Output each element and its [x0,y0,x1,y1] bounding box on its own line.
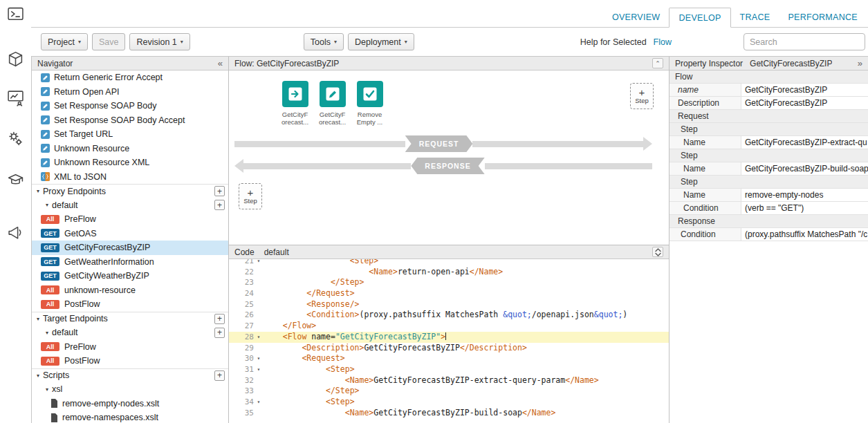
nav-item-xml-to-json[interactable]: XML to JSON [32,170,228,185]
nav-item-preflow[interactable]: AllPreFlow [32,212,228,227]
tab-develop[interactable]: DEVELOP [669,8,730,28]
graduation-cap-icon[interactable] [7,171,25,189]
nav-group-default[interactable]: ▾default+ [32,326,228,340]
request-label: REQUEST [405,135,473,152]
nav-item-preflow[interactable]: AllPreFlow [32,340,228,355]
save-button[interactable]: Save [92,33,126,50]
inspector-prop-value[interactable]: GetCityForecastByZIP-build-soap [741,162,868,175]
center-panes: Flow: GetCityForecastByZIP ⌃ GetCityFore… [229,57,669,423]
nav-item-unknown-resource[interactable]: Allunknown-resource [32,283,228,298]
project-button[interactable]: Project ▾ [41,33,88,50]
inspector-prop-value[interactable]: remove-empty-nodes [741,189,868,201]
nav-item-set-response-soap-body[interactable]: Set Response SOAP Body [32,99,228,113]
triangle-down-icon: ▾ [37,316,39,322]
flow-step-1[interactable]: GetCityForecast... [279,81,311,126]
nav-item-postflow[interactable]: AllPostFlow [32,354,228,368]
inspector-prop-row[interactable]: Nameremove-empty-nodes [670,189,868,202]
fold-toggle-icon[interactable]: ▾ [254,397,264,408]
inspector-prop-row[interactable]: Condition(proxy.pathsuffix MatchesPath "… [670,228,868,241]
collapse-left-icon[interactable]: « [218,59,223,68]
presentation-icon[interactable] [7,89,25,107]
add-step-button-top[interactable]: + Step [630,83,654,109]
inspector-prop-row[interactable]: Condition(verb == "GET") [670,202,868,215]
nav-label: Return Open API [54,87,120,97]
nav-label: Set Target URL [54,129,113,139]
add-scripts-button[interactable]: + [214,370,225,381]
help-flow-link[interactable]: Flow [654,37,672,47]
file-icon [50,413,58,422]
inspector-prop-value[interactable]: GetCityForecastByZIP [741,97,868,109]
nav-item-return-open-api[interactable]: Return Open API [32,85,228,100]
nav-item-getcityweatherbyzip[interactable]: GETGetCityWeatherByZIP [32,269,228,283]
add-default-button[interactable]: + [214,328,225,338]
nav-item-unknown-resource[interactable]: Unknown Resource [32,142,228,156]
inspector-prop-value[interactable]: GetCityForecastByZIP-extract-qu [741,136,868,149]
inspector-section-label: Response [670,215,868,227]
inspector-section-row: Response [670,215,868,228]
tools-button[interactable]: Tools ▾ [304,33,344,50]
add-target-endpoints-button[interactable]: + [214,314,225,324]
search-input[interactable] [744,33,865,50]
nav-item-getweatherinformation[interactable]: GETGetWeatherInformation [32,255,228,270]
nav-section-target-endpoints[interactable]: ▾Target Endpoints+ [32,312,228,326]
collapse-flow-icon[interactable]: ⌃ [652,58,663,68]
text-caret [445,332,446,340]
fold-toggle-icon[interactable]: ▾ [254,332,264,343]
terminal-icon[interactable] [7,6,25,24]
fold-spacer [254,310,264,321]
revision-button[interactable]: Revision 1 ▾ [129,33,190,50]
nav-item-getcityforecastbyzip[interactable]: GETGetCityForecastByZIP [32,241,228,255]
nav-item-remove-empty-nodes-xslt[interactable]: remove-empty-nodes.xslt [32,397,228,411]
inspector-title: Property Inspector [675,59,743,68]
line-number: 24 [233,288,254,299]
fold-spacer [254,267,264,278]
inspector-prop-value[interactable]: GetCityForecastByZIP [741,84,868,96]
expand-collapse-icon[interactable] [652,247,663,257]
inspector-section-label: Step [670,176,868,188]
inspector-prop-row[interactable]: NameGetCityForecastByZIP-extract-qu [670,136,868,149]
flow-step-2[interactable]: GetCityForecast... [316,81,349,126]
fold-toggle-icon[interactable]: ▾ [254,259,264,267]
inspector-prop-label: Condition [670,202,741,214]
fold-toggle-icon[interactable]: ▾ [254,364,264,375]
nav-group-xsl[interactable]: ▾xsl [32,382,228,397]
code-tab-label[interactable]: Code [234,247,255,257]
navigator-title: Navigator [37,59,73,68]
gears-icon[interactable] [7,130,25,148]
tab-performance[interactable]: PERFORMANCE [779,8,867,27]
code-line-text: <Step> [264,397,669,408]
add-proxy-endpoints-button[interactable]: + [214,186,225,196]
tab-overview[interactable]: OVERVIEW [603,8,670,27]
nav-item-postflow[interactable]: AllPostFlow [32,297,228,312]
nav-group-default[interactable]: ▾default+ [32,198,228,213]
inspector-prop-value[interactable]: (proxy.pathsuffix MatchesPath "/c [741,228,868,241]
nav-item-getoas[interactable]: GETGetOAS [32,227,228,241]
nav-item-set-target-url[interactable]: Set Target URL [32,127,228,142]
nav-section-proxy-endpoints[interactable]: ▾Proxy Endpoints+ [32,184,228,198]
inspector-prop-value[interactable]: (verb == "GET") [741,202,868,214]
code-line: 24 </Request> [229,288,669,299]
nav-section-scripts[interactable]: ▾Scripts+ [32,368,228,383]
flow-step-3[interactable]: RemoveEmpty ... [353,81,386,126]
code-editor[interactable]: 21▾ <Step>22 <Name>return-open-api</Name… [229,259,669,423]
tab-trace[interactable]: TRACE [731,8,779,27]
plus-icon: + [639,88,645,97]
box-icon[interactable] [7,50,25,68]
inspector-prop-label: name [670,84,741,96]
inspector-prop-row[interactable]: NameGetCityForecastByZIP-build-soap [670,162,868,176]
nav-item-set-response-soap-body-accept[interactable]: Set Response SOAP Body Accept [32,113,228,128]
nav-label: Return Generic Error Accept [54,73,163,82]
fold-toggle-icon[interactable]: ▾ [254,353,264,364]
collapse-right-icon[interactable]: » [858,59,862,68]
add-default-button[interactable]: + [214,200,225,210]
inspector-subtitle: GetCityForecastByZIP [750,59,832,68]
nav-item-unknown-resource-xml[interactable]: Unknown Resource XML [32,156,228,170]
inspector-prop-row[interactable]: DescriptionGetCityForecastByZIP [670,97,868,110]
nav-item-return-generic-error-accept[interactable]: Return Generic Error Accept [32,70,228,85]
inspector-prop-row[interactable]: nameGetCityForecastByZIP [670,84,868,97]
megaphone-icon[interactable] [7,224,25,242]
add-step-button-bottom[interactable]: + Step [239,183,262,209]
code-line-text: </Step> [264,277,669,288]
deployment-button[interactable]: Deployment ▾ [348,33,414,50]
nav-item-remove-namespaces-xslt[interactable]: remove-namespaces.xslt [32,411,228,423]
